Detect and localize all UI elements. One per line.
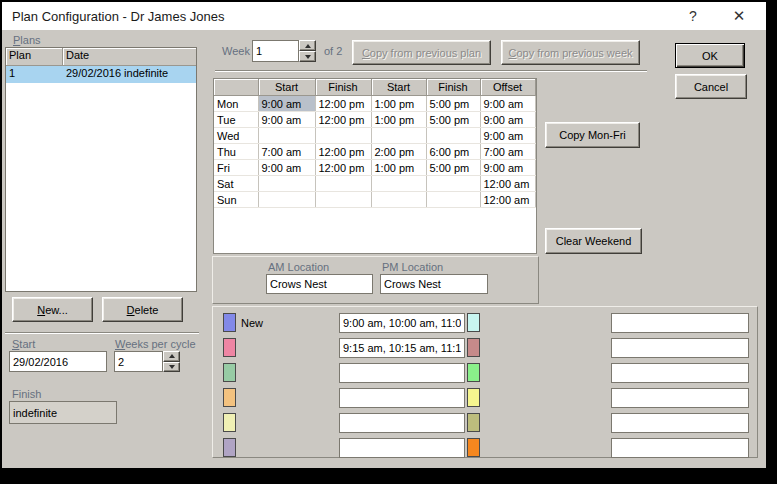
schedule-table[interactable]: StartFinishStartFinishOffset Mon9:00 am1…: [213, 78, 537, 254]
spin-up-icon[interactable]: [163, 351, 180, 362]
plans-column-header[interactable]: Plan: [6, 48, 63, 65]
plan-list-item[interactable]: 129/02/2016 indefinite: [6, 66, 196, 83]
schedule-cell[interactable]: 12:00 pm: [315, 144, 371, 160]
schedule-cell[interactable]: 12:00 pm: [315, 96, 371, 112]
schedule-cell[interactable]: 5:00 pm: [426, 96, 480, 112]
schedule-cell[interactable]: 6:00 pm: [426, 144, 480, 160]
schedule-row-sat: Sat12:00 am: [214, 176, 535, 192]
schedule-cell[interactable]: [371, 128, 426, 144]
schedule-cell[interactable]: 7:00 am: [480, 144, 535, 160]
pm-location-input[interactable]: [380, 274, 488, 294]
clear-weekend-button[interactable]: Clear Weekend: [545, 228, 642, 254]
week-number-stepper[interactable]: [299, 40, 316, 62]
slot-color-swatch[interactable]: [223, 363, 236, 382]
slot-times-input[interactable]: [611, 413, 749, 433]
slot-color-swatch[interactable]: [467, 438, 480, 457]
finish-label: Finish: [12, 388, 41, 400]
plan-number: 1: [6, 66, 63, 83]
schedule-cell[interactable]: [258, 128, 315, 144]
delete-button[interactable]: Delete: [102, 297, 183, 322]
schedule-cell[interactable]: [315, 192, 371, 208]
plans-list-header[interactable]: PlanDate: [6, 48, 196, 66]
schedule-cell[interactable]: 9:00 am: [480, 96, 535, 112]
am-location-input[interactable]: [266, 274, 373, 294]
week-number-input[interactable]: [252, 40, 299, 62]
slot-color-swatch[interactable]: [223, 413, 236, 432]
schedule-column-header: Finish: [426, 79, 480, 96]
close-icon[interactable]: ✕: [724, 2, 754, 30]
slot-color-swatch[interactable]: [223, 313, 236, 332]
schedule-cell[interactable]: 5:00 pm: [426, 112, 480, 128]
copy-from-previous-plan-button[interactable]: Copy from previous plan: [352, 40, 491, 65]
schedule-cell[interactable]: 1:00 pm: [371, 112, 426, 128]
cancel-button[interactable]: Cancel: [675, 74, 747, 99]
spin-down-icon[interactable]: [299, 51, 316, 62]
slot-color-swatch[interactable]: [223, 338, 236, 357]
slot-color-swatch[interactable]: [223, 388, 236, 407]
schedule-cell[interactable]: 5:00 pm: [426, 160, 480, 176]
schedule-column-header: Finish: [315, 79, 371, 96]
schedule-cell[interactable]: [426, 192, 480, 208]
schedule-cell[interactable]: [371, 176, 426, 192]
start-date-input[interactable]: [9, 351, 107, 372]
schedule-cell[interactable]: [426, 176, 480, 192]
left-separator: [5, 332, 199, 333]
plans-group-label: Plans: [13, 34, 41, 46]
schedule-cell[interactable]: 1:00 pm: [371, 96, 426, 112]
slot-times-input[interactable]: [611, 313, 749, 333]
schedule-cell[interactable]: 1:00 pm: [371, 160, 426, 176]
schedule-cell[interactable]: 12:00 pm: [315, 112, 371, 128]
schedule-cell[interactable]: [371, 192, 426, 208]
ok-button[interactable]: OK: [675, 43, 745, 68]
slot-color-swatch[interactable]: [467, 413, 480, 432]
plans-list[interactable]: PlanDate 129/02/2016 indefinite: [5, 47, 197, 292]
slot-times-input[interactable]: [339, 388, 465, 408]
schedule-cell[interactable]: 12:00 am: [480, 176, 535, 192]
locations-panel: AM Location PM Location: [212, 256, 539, 304]
spin-up-icon[interactable]: [299, 40, 316, 51]
new-button[interactable]: New...: [12, 297, 93, 322]
slot-color-swatch[interactable]: [467, 363, 480, 382]
schedule-cell[interactable]: 12:00 pm: [315, 160, 371, 176]
schedule-cell[interactable]: 2:00 pm: [371, 144, 426, 160]
slot-times-input[interactable]: [611, 338, 749, 358]
slot-color-swatch[interactable]: [223, 438, 236, 457]
slot-color-swatch[interactable]: [467, 338, 480, 357]
spin-down-icon[interactable]: [163, 362, 180, 373]
schedule-row-sun: Sun12:00 am: [214, 192, 535, 208]
help-icon[interactable]: ?: [678, 2, 708, 30]
slot-times-input[interactable]: [339, 363, 465, 383]
weeks-per-cycle-input[interactable]: [114, 351, 163, 372]
schedule-grid[interactable]: StartFinishStartFinishOffset Mon9:00 am1…: [214, 79, 536, 208]
copy-mon-fri-button[interactable]: Copy Mon-Fri: [545, 122, 640, 148]
weeks-per-cycle-stepper[interactable]: [163, 351, 180, 372]
schedule-cell[interactable]: 9:00 am: [258, 112, 315, 128]
plans-column-header[interactable]: Date: [63, 48, 196, 65]
schedule-cell[interactable]: 9:00 am: [480, 112, 535, 128]
slot-times-input[interactable]: [611, 363, 749, 383]
schedule-cell[interactable]: [315, 128, 371, 144]
schedule-column-header: [214, 79, 258, 96]
am-location-label: AM Location: [268, 261, 329, 273]
slot-times-input[interactable]: [611, 438, 749, 458]
slot-times-input[interactable]: [611, 388, 749, 408]
slot-times-input[interactable]: [339, 338, 465, 358]
slot-times-input[interactable]: [339, 313, 465, 333]
schedule-cell[interactable]: 9:00 am: [480, 128, 535, 144]
schedule-cell[interactable]: [258, 176, 315, 192]
schedule-cell[interactable]: 9:00 am: [480, 160, 535, 176]
copy-from-previous-week-button[interactable]: Copy from previous week: [501, 40, 640, 65]
schedule-cell[interactable]: [426, 128, 480, 144]
schedule-cell[interactable]: 7:00 am: [258, 144, 315, 160]
slot-times-input[interactable]: [339, 438, 465, 458]
schedule-row-wed: Wed9:00 am: [214, 128, 535, 144]
slot-color-swatch[interactable]: [467, 388, 480, 407]
slot-color-swatch[interactable]: [467, 313, 480, 332]
schedule-cell[interactable]: [258, 192, 315, 208]
slot-times-input[interactable]: [339, 413, 465, 433]
schedule-cell[interactable]: 9:00 am: [258, 96, 315, 112]
schedule-cell[interactable]: [315, 176, 371, 192]
schedule-cell[interactable]: 9:00 am: [258, 160, 315, 176]
day-label: Wed: [214, 128, 258, 144]
schedule-cell[interactable]: 12:00 am: [480, 192, 535, 208]
